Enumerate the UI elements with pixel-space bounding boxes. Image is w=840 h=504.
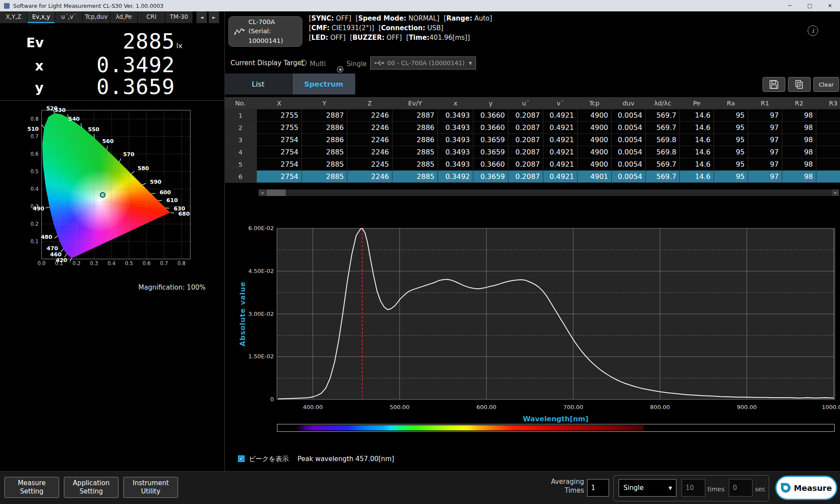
table-header-cell: Y xyxy=(302,97,347,109)
table-cell: 97 xyxy=(748,122,782,134)
device-select-dropdown[interactable]: 00 - CL-700A (10000141) ▼ xyxy=(370,56,476,70)
svg-text:0.1: 0.1 xyxy=(31,238,38,245)
peak-display-checkbox[interactable]: ✓ xyxy=(238,455,245,462)
table-cell: 0.0054 xyxy=(612,109,646,122)
readout-label-x: x xyxy=(35,58,43,74)
device-select-value: 00 - CL-700A (10000141) xyxy=(387,60,465,66)
table-cell xyxy=(816,171,840,183)
table-cell xyxy=(816,122,840,134)
measurement-mode-value: Single xyxy=(623,484,644,492)
table-row[interactable]: 227552886224628860.34930.36600.20870.492… xyxy=(224,122,840,134)
measure-button[interactable]: Measure xyxy=(775,476,837,500)
table-cell xyxy=(816,158,840,171)
table-cell: 4900 xyxy=(578,122,612,134)
table-horizontal-scrollbar[interactable]: ◄ ► xyxy=(259,189,839,196)
table-cell: 5 xyxy=(224,158,257,171)
table-header-cell: R2 xyxy=(782,97,816,109)
table-cell: 2885 xyxy=(302,158,347,171)
interval-sec-input[interactable] xyxy=(729,479,752,497)
clear-button[interactable]: Clear xyxy=(813,77,839,92)
status-item: [BUZZER: OFF] xyxy=(350,34,402,42)
copy-button[interactable] xyxy=(788,77,811,92)
close-button[interactable]: ✕ xyxy=(820,0,840,11)
measurement-mode-dropdown[interactable]: Single ▼ xyxy=(619,479,676,497)
table-cell: 2754 xyxy=(257,171,302,183)
table-cell: 3 xyxy=(224,134,257,146)
table-cell: 95 xyxy=(714,134,748,146)
application-setting-button[interactable]: ApplicationSetting xyxy=(64,477,119,498)
table-cell: 569.8 xyxy=(646,134,680,146)
table-cell: 97 xyxy=(748,134,782,146)
table-cell: 4900 xyxy=(578,134,612,146)
averaging-times-input[interactable] xyxy=(587,479,609,497)
table-cell: 0.2087 xyxy=(508,158,543,171)
table-cell: 0.3660 xyxy=(473,158,508,171)
tab-spectrum[interactable]: Spectrum xyxy=(292,74,355,94)
table-cell: 14.6 xyxy=(680,134,714,146)
view-tab-cri[interactable]: CRI xyxy=(138,11,165,23)
measure-setting-button[interactable]: MeasureSetting xyxy=(4,477,59,498)
table-cell: 4900 xyxy=(578,158,612,171)
instrument-utility-button[interactable]: InstrumentUtility xyxy=(123,477,178,498)
view-tab--d-pe[interactable]: λd,Pe xyxy=(110,11,137,23)
svg-text:900.00: 900.00 xyxy=(737,404,757,410)
scroll-left-icon[interactable]: ◄ xyxy=(259,189,266,196)
table-cell: 2885 xyxy=(392,171,438,183)
tab-list[interactable]: List xyxy=(224,74,292,94)
radio-single[interactable] xyxy=(337,66,343,73)
table-row[interactable]: 427542885224628850.34930.36590.20870.492… xyxy=(224,146,840,158)
svg-text:500.00: 500.00 xyxy=(390,404,410,410)
table-header-cell: y xyxy=(473,97,508,109)
tab-next-icon[interactable]: ► xyxy=(209,11,219,23)
tab-prev-icon[interactable]: ◄ xyxy=(196,11,207,23)
table-cell: 2886 xyxy=(302,134,347,146)
info-icon[interactable]: i xyxy=(808,25,818,36)
table-row[interactable]: 527542885224528850.34930.36600.20870.492… xyxy=(224,158,840,171)
table-cell: 0.0054 xyxy=(612,134,646,146)
cie-wavelength-label: 680 xyxy=(178,210,189,217)
device-serial: (Serial: 10000141) xyxy=(248,27,302,45)
svg-text:0.7: 0.7 xyxy=(160,260,168,266)
table-cell: 0.3659 xyxy=(473,146,508,158)
table-cell: 2246 xyxy=(347,146,392,158)
view-tab-tcp-duv[interactable]: Tcp,duv xyxy=(83,11,110,23)
radio-multi[interactable] xyxy=(300,60,307,66)
table-cell: 0.3660 xyxy=(473,109,508,122)
table-row[interactable]: 127552887224628870.34930.36600.20870.492… xyxy=(224,109,840,122)
table-header-cell: Z xyxy=(347,97,392,109)
table-cell: 2886 xyxy=(392,134,438,146)
table-cell: 14.6 xyxy=(680,146,714,158)
svg-text:4.50E-02: 4.50E-02 xyxy=(248,268,274,274)
waveform-icon xyxy=(233,25,247,38)
maximize-button[interactable]: ▢ xyxy=(800,0,820,11)
view-tab-u-v-[interactable]: u´,v´ xyxy=(55,11,82,23)
table-cell: 0.4921 xyxy=(543,109,578,122)
device-button[interactable]: CL-700A (Serial: 10000141) xyxy=(228,16,302,47)
interval-times-input[interactable] xyxy=(682,479,705,497)
app: { "title_bar": {"title": "Software for L… xyxy=(0,0,840,504)
table-cell xyxy=(816,109,840,122)
table-cell: 569.8 xyxy=(646,146,680,158)
table-cell: 0.3659 xyxy=(473,134,508,146)
table-header-cell: Tcp xyxy=(578,97,612,109)
table-cell: 2246 xyxy=(347,134,392,146)
status-item: [LED: OFF] xyxy=(309,34,346,42)
table-cell: 95 xyxy=(714,158,748,171)
scroll-right-icon[interactable]: ► xyxy=(832,189,839,196)
view-tab-x-y-z[interactable]: X,Y,Z xyxy=(0,11,27,23)
view-tab-ev-x-y[interactable]: Ev,x,y xyxy=(28,11,55,23)
save-button[interactable] xyxy=(763,77,785,92)
cie-wavelength-label: 470 xyxy=(47,245,58,252)
table-row[interactable]: 327542886224628860.34930.36590.20870.492… xyxy=(224,134,840,146)
table-cell: 4901 xyxy=(578,171,612,183)
averaging-times-label: AveragingTimes xyxy=(542,478,584,495)
scrollbar-thumb[interactable] xyxy=(266,189,286,196)
table-row[interactable]: 627542885224628850.34920.36590.20870.492… xyxy=(224,171,840,183)
table-cell: 14.6 xyxy=(680,171,714,183)
view-tab-tm-30[interactable]: TM-30 xyxy=(165,11,192,23)
table-header-cell: v´ xyxy=(543,97,578,109)
radio-multi-label: Multi xyxy=(310,60,326,68)
title-bar: Software for Light Measurement CL-S30 Ve… xyxy=(0,0,840,11)
minimize-button[interactable]: ─ xyxy=(780,0,800,11)
table-header-row: No.XYZEv/Yxyu´v´Tcpduvλd/λcPeRaR1R2R3 xyxy=(224,97,840,109)
